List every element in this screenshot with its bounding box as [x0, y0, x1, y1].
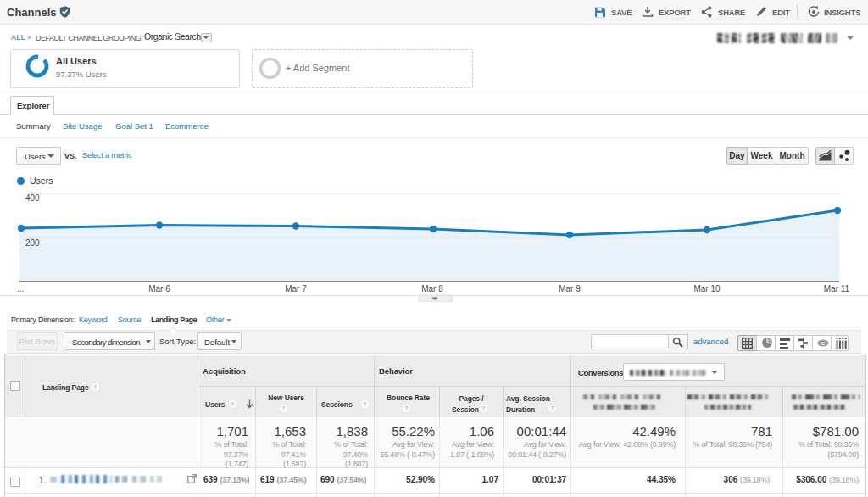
svg-text:Mar 9: Mar 9 [559, 284, 581, 293]
svg-text:200: 200 [25, 238, 40, 248]
svg-text:Mar 7: Mar 7 [285, 284, 307, 293]
svg-text:400: 400 [25, 193, 40, 203]
svg-text:Mar 6: Mar 6 [148, 284, 170, 293]
svg-text:...: ... [17, 284, 24, 293]
svg-text:e: e [821, 339, 826, 347]
svg-text:Mar 11: Mar 11 [824, 284, 850, 293]
svg-text:Mar 10: Mar 10 [693, 284, 721, 293]
svg-text:Mar 8: Mar 8 [421, 284, 443, 293]
